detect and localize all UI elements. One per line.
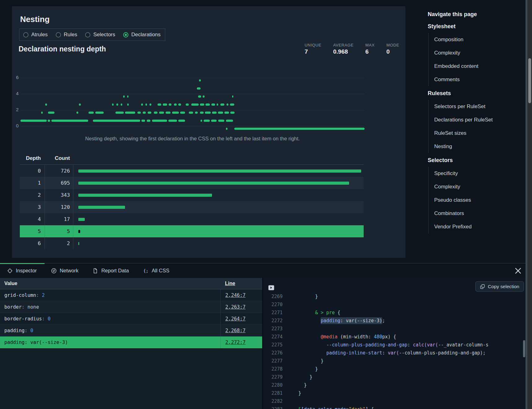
line-column-header[interactable]: Line (220, 281, 235, 286)
close-panel-button[interactable] (515, 267, 521, 274)
code-text: } (283, 366, 318, 372)
stat-mode: MODE0 (387, 43, 399, 55)
inspect-icon (7, 268, 13, 274)
depth-table-row[interactable]: 3120 (20, 201, 364, 213)
network-icon (51, 268, 57, 274)
css-code-view[interactable]: 2269 }22702271 & > pre {2272 padding: va… (263, 292, 532, 409)
depth-table-row[interactable]: 1695 (20, 177, 364, 189)
page-scrollbar[interactable] (527, 0, 532, 409)
code-text: @media (min-width: 480px) { (283, 334, 396, 340)
radio-dot (23, 32, 28, 37)
chart-point-depth-2 (195, 112, 198, 114)
count-column-header: Count (45, 155, 73, 161)
line-link[interactable]: 2,246:7 (225, 292, 245, 298)
sidebar-item-selectors-per-ruleset[interactable]: Selectors per RuleSet (434, 100, 526, 113)
chart-point-depth-3 (121, 103, 123, 106)
sidebar-item-nesting[interactable]: Nesting (434, 140, 526, 153)
chart-point-depth-2 (89, 112, 94, 114)
sidebar-item-embedded-content[interactable]: Embedded content (434, 59, 526, 73)
sidebar-item-declarations-per-ruleset[interactable]: Declarations per RuleSet (434, 113, 526, 126)
depth-table-row[interactable]: 417 (20, 213, 364, 225)
depth-table-row[interactable]: 2343 (20, 189, 364, 201)
count-bar-cell (73, 237, 364, 249)
chart-point-depth-4 (232, 95, 233, 98)
code-text: padding: var(--size-3); (283, 318, 385, 323)
sidebar-item-combinators[interactable]: Combinators (434, 207, 526, 220)
chart-point-depth-2 (143, 112, 146, 114)
chart-gridline-6: 6 (20, 78, 365, 78)
copy-selection-button[interactable]: Copy selection (475, 281, 524, 292)
code-line: 2276 padding-inline-start: var(--column-… (263, 349, 532, 357)
declaration-value-cell: padding: var(--size-3) (0, 340, 220, 345)
active-tab-indicator (0, 263, 45, 264)
count-cell: 343 (45, 189, 73, 201)
sidebar-section-stylesheet[interactable]: Stylesheet (428, 23, 526, 30)
line-cell: 2,246:7 (220, 289, 262, 301)
colon: : (42, 316, 48, 322)
line-link[interactable]: 2,268:7 (225, 328, 245, 333)
depth-table-row[interactable]: 0726 (20, 165, 364, 177)
chart-point-depth-2 (41, 112, 43, 114)
line-number: 2269 (263, 294, 283, 299)
chart-point-depth-3 (191, 103, 199, 106)
line-link[interactable]: 2,272:7 (225, 340, 245, 345)
page-scrollbar-thumb[interactable] (528, 58, 531, 103)
line-number: 2278 (263, 366, 283, 372)
sidebar-section-selectors[interactable]: Selectors (428, 157, 526, 164)
sidebar-section-rulesets[interactable]: Rulesets (428, 90, 526, 97)
tab-all-css[interactable]: {;}All CSS (136, 263, 176, 278)
collapse-pane-button[interactable] (268, 284, 275, 291)
stat-label: MAX (365, 43, 375, 47)
sidebar-item-complexity[interactable]: Complexity (434, 180, 526, 193)
line-link[interactable]: 2,264:7 (225, 316, 245, 322)
depth-table-row[interactable]: 62 (20, 237, 364, 249)
radio-option-declarations[interactable]: Declarations (123, 32, 161, 38)
declaration-values-pane: Value Line grid-column: 22,246:7border: … (0, 278, 262, 409)
chart-point-depth-3 (163, 103, 167, 106)
line-link[interactable]: 2,263:7 (225, 304, 245, 310)
line-number: 2275 (263, 342, 283, 348)
chart-caption: Nesting depth, showing the first declara… (20, 136, 365, 142)
sidebar-item-vendor-prefixed[interactable]: Vendor Prefixed (434, 220, 526, 233)
value-table-row[interactable]: padding: var(--size-3)2,272:7 (0, 336, 262, 348)
code-scrollbar-thumb[interactable] (523, 340, 525, 357)
count-cell: 5 (45, 225, 73, 237)
value-table-row[interactable]: padding: 02,268:7 (0, 325, 262, 336)
file-icon (93, 268, 98, 274)
code-line: 2274 @media (min-width: 480px) { (263, 333, 532, 341)
count-bar (78, 194, 212, 197)
depth-cell: 5 (20, 228, 45, 234)
chart-point-depth-2 (148, 112, 151, 114)
chart-point-depth-2 (76, 112, 78, 114)
count-value: 726 (61, 168, 70, 174)
count-bar-cell (73, 177, 364, 189)
code-line: 2278 } (263, 365, 532, 373)
sidebar-item-ruleset-sizes[interactable]: RuleSet sizes (434, 126, 526, 140)
value-table-row[interactable]: border: none2,263:7 (0, 301, 262, 313)
depth-cell: 6 (20, 240, 45, 246)
count-bar-cell (73, 165, 364, 177)
sidebar-item-specificity[interactable]: Specificity (434, 167, 526, 180)
radio-option-selectors[interactable]: Selectors (85, 32, 115, 38)
value-table-row[interactable]: border-radius: 02,264:7 (0, 313, 262, 325)
radio-option-rules[interactable]: Rules (56, 32, 77, 38)
sidebar-item-complexity[interactable]: Complexity (434, 46, 526, 59)
sidebar-item-comments[interactable]: Comments (434, 73, 526, 86)
radio-option-atrules[interactable]: Atrules (23, 32, 48, 38)
depth-table-row[interactable]: 55 (20, 225, 364, 237)
sidebar-item-composition[interactable]: Composition (434, 33, 526, 46)
tab-inspector[interactable]: Inspector (0, 263, 44, 278)
css-property-value: 0 (30, 328, 33, 333)
tab-report-data[interactable]: Report Data (85, 263, 136, 278)
page-title: Nesting (20, 15, 50, 24)
chart-point-depth-2 (137, 112, 141, 114)
code-line: 2279 } (263, 373, 532, 381)
sidebar-item-pseudo-classes[interactable]: Pseudo classes (434, 193, 526, 207)
chart-point-depth-1 (51, 120, 88, 122)
value-table-row[interactable]: grid-column: 22,246:7 (0, 289, 262, 301)
tab-network[interactable]: Network (44, 263, 86, 278)
radio-label: Declarations (131, 32, 161, 38)
chart-point-depth-2 (180, 112, 185, 114)
stat-value: 0 (387, 48, 399, 55)
chart-point-depth-2 (224, 112, 229, 114)
